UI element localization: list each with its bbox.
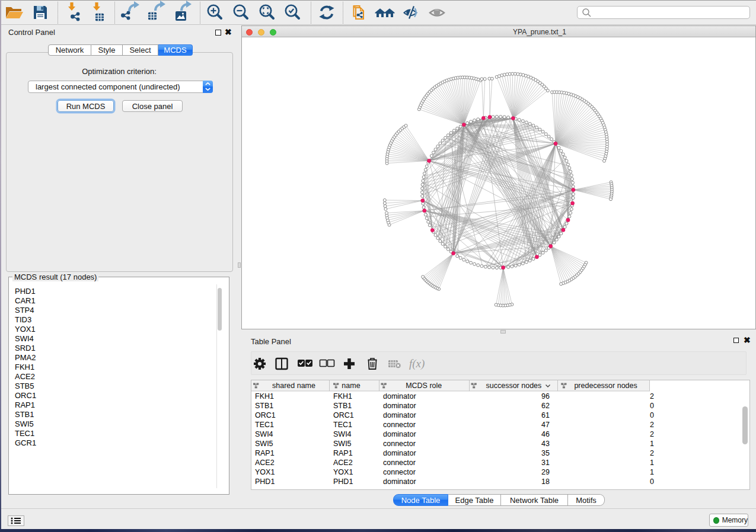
svg-text:shared name: shared name <box>272 382 315 390</box>
svg-text:2: 2 <box>650 449 654 457</box>
svg-text:connector: connector <box>383 459 416 467</box>
svg-text:connector: connector <box>383 421 416 429</box>
svg-text:STB1: STB1 <box>255 402 273 410</box>
svg-text:YOX1: YOX1 <box>255 468 275 476</box>
svg-text:1: 1 <box>650 440 654 448</box>
svg-text:connector: connector <box>383 440 416 448</box>
svg-text:dominator: dominator <box>383 477 416 486</box>
svg-text:96: 96 <box>541 392 550 400</box>
svg-text:47: 47 <box>541 421 550 429</box>
svg-text:STB1: STB1 <box>333 402 352 410</box>
svg-text:ORC1: ORC1 <box>333 411 354 419</box>
svg-text:31: 31 <box>541 459 550 467</box>
svg-text:35: 35 <box>541 449 550 457</box>
svg-text:TEC1: TEC1 <box>255 421 274 429</box>
svg-text:ACE2: ACE2 <box>255 459 275 467</box>
svg-text:46: 46 <box>541 430 550 438</box>
svg-text:dominator: dominator <box>383 430 416 438</box>
svg-text:0: 0 <box>650 402 654 410</box>
svg-text:1: 1 <box>650 459 654 467</box>
svg-text:connector: connector <box>383 468 416 476</box>
svg-text:FKH1: FKH1 <box>333 392 352 400</box>
svg-text:predecessor nodes: predecessor nodes <box>574 382 637 390</box>
svg-text:0: 0 <box>650 477 654 486</box>
svg-text:TEC1: TEC1 <box>333 421 352 429</box>
svg-text:ORC1: ORC1 <box>255 411 276 419</box>
svg-text:dominator: dominator <box>383 411 416 419</box>
svg-text:43: 43 <box>541 440 550 448</box>
svg-text:2: 2 <box>650 392 654 400</box>
svg-text:RAP1: RAP1 <box>255 449 275 457</box>
svg-text:SWI5: SWI5 <box>255 440 273 448</box>
svg-text:18: 18 <box>541 477 550 486</box>
svg-text:f(x): f(x) <box>409 357 425 370</box>
svg-text:dominator: dominator <box>383 392 416 400</box>
svg-text:2: 2 <box>650 430 654 438</box>
svg-text:MCDS role: MCDS role <box>406 382 442 390</box>
svg-text:dominator: dominator <box>383 449 416 457</box>
svg-text:RAP1: RAP1 <box>333 449 353 457</box>
svg-text:61: 61 <box>541 411 550 419</box>
svg-text:YOX1: YOX1 <box>333 468 353 476</box>
svg-text:SWI4: SWI4 <box>333 430 352 438</box>
svg-text:62: 62 <box>541 402 550 410</box>
svg-text:ACE2: ACE2 <box>333 459 353 467</box>
svg-text:PHD1: PHD1 <box>255 477 275 486</box>
svg-text:2: 2 <box>650 421 654 429</box>
svg-text:1: 1 <box>650 468 654 476</box>
svg-text:successor nodes: successor nodes <box>486 382 541 390</box>
svg-text:SWI5: SWI5 <box>333 440 352 448</box>
svg-text:PHD1: PHD1 <box>333 477 353 486</box>
svg-text:29: 29 <box>541 468 550 476</box>
svg-text:0: 0 <box>650 411 654 419</box>
svg-text:name: name <box>342 382 360 390</box>
svg-text:dominator: dominator <box>383 402 416 410</box>
svg-text:SWI4: SWI4 <box>255 430 273 438</box>
svg-text:FKH1: FKH1 <box>255 392 274 400</box>
